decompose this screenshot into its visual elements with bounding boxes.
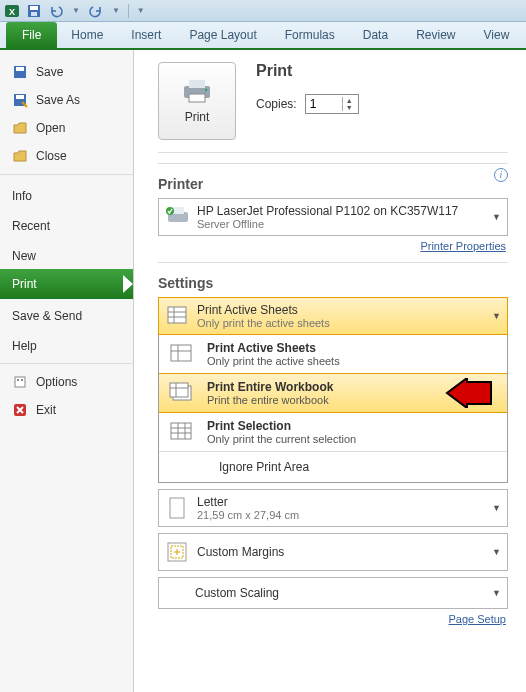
tab-view[interactable]: View — [470, 22, 524, 48]
save-icon — [12, 64, 28, 80]
spinner-arrows-icon[interactable]: ▲▼ — [342, 97, 356, 111]
sidebar-item-exit[interactable]: Exit — [0, 396, 133, 424]
sidebar-separator — [0, 363, 133, 364]
svg-rect-31 — [171, 423, 191, 439]
print-button-label: Print — [185, 110, 210, 124]
sidebar-item-info[interactable]: Info — [0, 179, 133, 209]
excel-icon: X — [4, 3, 20, 19]
paper-icon — [165, 496, 189, 520]
svg-rect-4 — [31, 12, 37, 16]
print-what-title: Print Active Sheets — [197, 303, 330, 317]
svg-rect-20 — [168, 307, 186, 323]
tab-data[interactable]: Data — [349, 22, 402, 48]
margins-selector[interactable]: Custom Margins ▼ — [158, 533, 508, 571]
svg-rect-6 — [16, 67, 24, 71]
copies-input[interactable] — [306, 97, 342, 111]
sidebar-item-save-send[interactable]: Save & Send — [0, 299, 133, 329]
svg-rect-36 — [170, 498, 184, 518]
svg-rect-3 — [30, 6, 38, 10]
tab-formulas[interactable]: Formulas — [271, 22, 349, 48]
printer-device-icon — [165, 205, 189, 229]
sidebar-separator — [0, 174, 133, 175]
redo-dropdown-icon[interactable]: ▼ — [110, 6, 122, 15]
print-what-sub: Only print the active sheets — [197, 317, 330, 329]
paper-sub: 21,59 cm x 27,94 cm — [197, 509, 299, 521]
svg-rect-24 — [171, 345, 191, 361]
sidebar-item-label: Options — [36, 375, 77, 389]
print-backstage-content: Print Print Copies: ▲▼ i Printer — [134, 50, 526, 692]
sidebar-item-close[interactable]: Close — [0, 142, 133, 170]
close-folder-icon — [12, 148, 28, 164]
tab-page-layout[interactable]: Page Layout — [175, 22, 270, 48]
ribbon-tabs: File Home Insert Page Layout Formulas Da… — [0, 22, 526, 50]
printer-icon — [180, 78, 214, 104]
qat-customize-icon[interactable]: ▼ — [135, 6, 147, 15]
sidebar-item-options[interactable]: Options — [0, 368, 133, 396]
selection-icon — [167, 420, 197, 444]
print-what-selector[interactable]: Print Active Sheets Only print the activ… — [158, 297, 508, 335]
sidebar-item-save[interactable]: Save — [0, 58, 133, 86]
sidebar-item-label: Close — [36, 149, 67, 163]
sidebar-item-new[interactable]: New — [0, 239, 133, 269]
sidebar-item-print[interactable]: Print — [0, 269, 133, 299]
sidebar-item-help[interactable]: Help — [0, 329, 133, 359]
chevron-down-icon: ▼ — [492, 212, 501, 222]
printer-section-title: Printer — [158, 176, 508, 192]
save-as-icon — [12, 92, 28, 108]
option-print-active-sheets[interactable]: Print Active Sheets Only print the activ… — [159, 335, 507, 373]
print-what-dropdown: Print Active Sheets Only print the activ… — [158, 335, 508, 483]
printer-selector[interactable]: HP LaserJet Professional P1102 on KC357W… — [158, 198, 508, 236]
sidebar-item-save-as[interactable]: Save As — [0, 86, 133, 114]
sheets-icon — [167, 342, 197, 366]
chevron-down-icon: ▼ — [492, 547, 501, 557]
sidebar-item-label: Save — [36, 65, 63, 79]
svg-rect-11 — [21, 379, 23, 381]
option-print-selection[interactable]: Print Selection Only print the current s… — [159, 413, 507, 451]
chevron-down-icon: ▼ — [492, 588, 501, 598]
undo-icon[interactable] — [48, 3, 64, 19]
tab-home[interactable]: Home — [57, 22, 117, 48]
paper-title: Letter — [197, 495, 299, 509]
margins-title: Custom Margins — [197, 545, 284, 559]
option-sub: Only print the active sheets — [207, 355, 340, 367]
exit-icon — [12, 402, 28, 418]
svg-text:X: X — [9, 7, 15, 17]
scaling-selector[interactable]: Custom Scaling ▼ — [158, 577, 508, 609]
printer-info-icon[interactable]: i — [494, 168, 508, 182]
page-setup-link[interactable]: Page Setup — [160, 613, 506, 625]
sidebar-item-open[interactable]: Open — [0, 114, 133, 142]
sidebar-item-label: Open — [36, 121, 65, 135]
backstage-sidebar: Save Save As Open Close Info Recent New … — [0, 50, 134, 692]
copies-spinner[interactable]: ▲▼ — [305, 94, 359, 114]
option-sub: Print the entire workbook — [207, 394, 333, 406]
paper-size-selector[interactable]: Letter 21,59 cm x 27,94 cm ▼ — [158, 489, 508, 527]
svg-rect-14 — [189, 80, 205, 88]
svg-rect-10 — [17, 379, 19, 381]
open-icon — [12, 120, 28, 136]
printer-name: HP LaserJet Professional P1102 on KC357W… — [197, 204, 458, 218]
page-title: Print — [256, 62, 359, 80]
sidebar-item-label: Save As — [36, 93, 80, 107]
save-icon[interactable] — [26, 3, 42, 19]
option-title: Print Selection — [207, 419, 356, 433]
tab-file[interactable]: File — [6, 22, 57, 48]
svg-rect-28 — [170, 383, 188, 397]
option-title: Print Entire Workbook — [207, 380, 333, 394]
margins-icon — [165, 540, 189, 564]
workbook-icon — [167, 381, 197, 405]
svg-rect-9 — [15, 377, 25, 387]
options-icon — [12, 374, 28, 390]
undo-dropdown-icon[interactable]: ▼ — [70, 6, 82, 15]
print-button[interactable]: Print — [158, 62, 236, 140]
tab-insert[interactable]: Insert — [117, 22, 175, 48]
option-print-entire-workbook[interactable]: Print Entire Workbook Print the entire w… — [159, 373, 507, 413]
chevron-down-icon: ▼ — [492, 503, 501, 513]
sidebar-item-recent[interactable]: Recent — [0, 209, 133, 239]
chevron-down-icon: ▼ — [492, 311, 501, 321]
redo-icon[interactable] — [88, 3, 104, 19]
copies-label: Copies: — [256, 97, 297, 111]
tutorial-arrow-icon — [445, 378, 493, 408]
option-ignore-print-area[interactable]: Ignore Print Area — [159, 452, 507, 482]
printer-properties-link[interactable]: Printer Properties — [160, 240, 506, 252]
tab-review[interactable]: Review — [402, 22, 469, 48]
